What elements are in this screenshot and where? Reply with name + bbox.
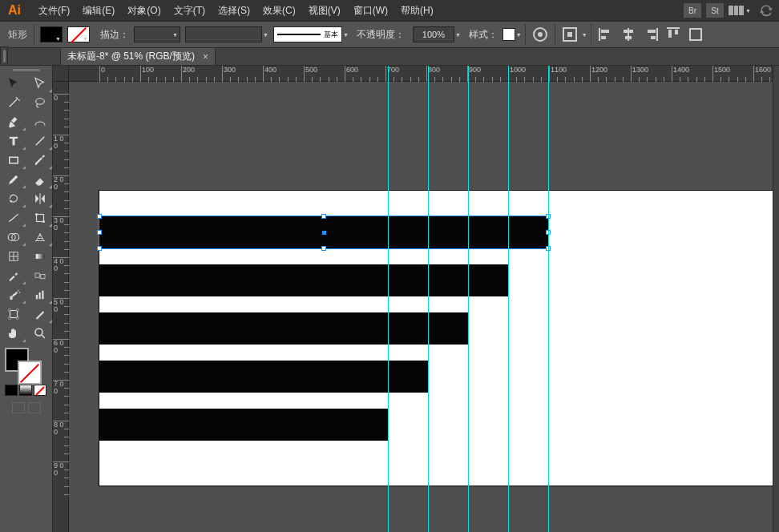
stroke-color-swatch[interactable]: ▼ (67, 26, 90, 42)
guide-vertical[interactable] (508, 66, 509, 532)
direct-selection-tool[interactable] (26, 74, 53, 93)
selection-handle[interactable] (97, 246, 102, 251)
guide-vertical[interactable] (548, 66, 549, 532)
bridge-button[interactable]: Br (684, 3, 701, 18)
screen-mode-button[interactable] (12, 402, 25, 413)
paintbrush-tool[interactable] (26, 151, 53, 170)
color-mode-gradient[interactable] (19, 385, 32, 396)
variable-width-profile[interactable] (185, 26, 262, 42)
workspace: 0100200300400500600700800900100011001200… (0, 66, 779, 532)
guide-vertical[interactable] (388, 66, 389, 532)
align-hcenter-button[interactable] (619, 26, 638, 43)
rectangle-shape[interactable] (99, 312, 468, 345)
ruler-tick-label: 1300 (632, 66, 648, 74)
curvature-tool[interactable] (26, 112, 53, 131)
transform-button[interactable] (686, 26, 705, 43)
rectangle-shape[interactable] (99, 361, 428, 393)
menu-help[interactable]: 帮助(H) (394, 0, 440, 21)
hand-tool[interactable] (0, 324, 26, 343)
menu-object[interactable]: 对象(O) (121, 0, 167, 21)
menu-effect[interactable]: 效果(C) (256, 0, 302, 21)
fill-color-swatch[interactable]: ▼ (40, 26, 63, 42)
rectangle-tool[interactable] (0, 151, 26, 170)
zoom-tool[interactable] (26, 324, 53, 343)
reflect-tool[interactable] (26, 189, 53, 208)
ruler-origin[interactable] (53, 66, 69, 82)
selection-handle[interactable] (321, 246, 326, 251)
center-point[interactable] (322, 231, 326, 235)
selection-handle[interactable] (97, 214, 102, 219)
options-bar: 矩形 ▼ ▼ 描边： ▼ ▼ 基本 ▼ 不透明度： 100% ▼ 样式： ▼ ▼ (0, 21, 779, 48)
svg-rect-16 (36, 215, 43, 222)
menu-type[interactable]: 文字(T) (168, 0, 212, 21)
document-tab[interactable]: 未标题-8* @ 51% (RGB/预览) × (60, 47, 216, 65)
eyedropper-tool[interactable] (0, 266, 26, 285)
stock-button[interactable]: St (706, 3, 724, 18)
right-dock-collapsed[interactable] (773, 66, 779, 532)
opacity-input[interactable]: 100% (413, 26, 454, 42)
guide-vertical[interactable] (468, 66, 469, 532)
ruler-tick-label: 700 (387, 66, 399, 74)
menu-file[interactable]: 文件(F) (32, 0, 76, 21)
rectangle-shape[interactable] (99, 264, 508, 296)
svg-point-25 (18, 290, 19, 292)
color-mode-none[interactable] (34, 385, 46, 396)
toolbox-grip[interactable] (0, 66, 52, 74)
svg-point-1 (538, 32, 543, 37)
stroke-swatch[interactable] (18, 361, 42, 385)
ruler-vertical[interactable]: 01 0 02 0 03 0 04 0 05 0 06 0 07 0 08 0 … (53, 82, 69, 532)
selection-tool[interactable] (0, 74, 26, 93)
mesh-tool[interactable] (0, 247, 26, 266)
menu-window[interactable]: 窗口(W) (347, 0, 394, 21)
rotate-tool[interactable] (0, 189, 26, 208)
selection-handle[interactable] (97, 230, 102, 235)
svg-rect-15 (9, 157, 18, 163)
column-graph-tool[interactable] (26, 285, 53, 304)
perspective-grid-tool[interactable] (26, 228, 53, 247)
gradient-tool[interactable] (26, 247, 53, 266)
canvas[interactable]: 0100200300400500600700800900100011001200… (53, 66, 773, 532)
arrange-documents-button[interactable]: ▼ (729, 3, 751, 18)
color-mode-solid[interactable] (5, 385, 18, 396)
close-icon[interactable]: × (203, 51, 208, 62)
selection-handle[interactable] (321, 214, 326, 219)
stroke-weight-input[interactable]: ▼ (134, 26, 180, 42)
align-left-button[interactable] (596, 26, 616, 43)
blend-tool[interactable] (26, 266, 53, 285)
guide-vertical[interactable] (428, 66, 429, 532)
svg-line-32 (42, 335, 45, 338)
magic-wand-tool[interactable] (0, 93, 26, 112)
svg-rect-29 (42, 291, 43, 300)
menu-edit[interactable]: 编辑(E) (76, 0, 121, 21)
menu-select[interactable]: 选择(S) (212, 0, 256, 21)
menu-view[interactable]: 视图(V) (302, 0, 347, 21)
ruler-horizontal[interactable]: 0100200300400500600700800900100011001200… (69, 66, 773, 82)
pencil-tool[interactable] (0, 170, 26, 189)
fill-stroke-indicator[interactable] (0, 343, 53, 383)
free-transform-tool[interactable] (26, 208, 53, 228)
symbol-sprayer-tool[interactable] (0, 285, 26, 304)
svg-rect-8 (648, 30, 656, 33)
type-tool[interactable] (0, 131, 26, 151)
width-tool[interactable] (0, 208, 26, 228)
align-to-button[interactable] (560, 26, 579, 43)
graphic-style-swatch[interactable] (503, 28, 515, 41)
svg-point-26 (18, 292, 20, 293)
slice-tool[interactable] (26, 304, 53, 324)
eraser-tool[interactable] (26, 170, 53, 189)
pen-tool[interactable] (0, 112, 26, 131)
ruler-tick-label: 300 (224, 66, 236, 74)
align-right-button[interactable] (641, 26, 660, 43)
rectangle-shape[interactable] (99, 409, 388, 441)
lasso-tool[interactable] (26, 93, 53, 112)
shape-builder-tool[interactable] (0, 228, 26, 247)
sync-settings-icon[interactable] (758, 3, 774, 18)
recolor-artwork-button[interactable] (531, 26, 550, 43)
screen-mode-button[interactable] (28, 402, 41, 413)
brush-definition[interactable]: 基本 (273, 26, 342, 42)
line-segment-tool[interactable] (26, 131, 53, 151)
svg-rect-28 (38, 292, 40, 299)
artboard-tool[interactable] (0, 304, 26, 324)
panel-grip[interactable] (0, 46, 8, 66)
align-top-button[interactable] (664, 26, 683, 43)
